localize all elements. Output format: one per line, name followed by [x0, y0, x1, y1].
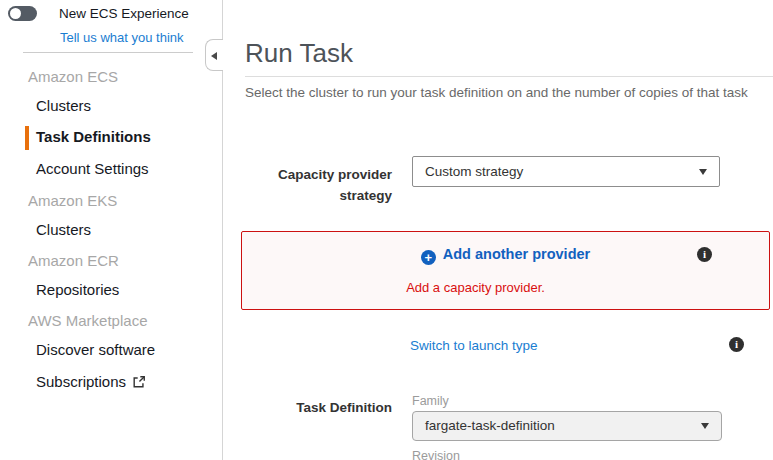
sidebar: New ECS Experience Tell us what you thin… — [0, 0, 222, 460]
family-field-label: Family — [412, 394, 449, 408]
section-header-aws-marketplace: AWS Marketplace — [28, 312, 147, 329]
add-another-provider-button[interactable]: +Add another provider — [242, 246, 769, 265]
section-header-amazon-ecr: Amazon ECR — [28, 252, 119, 269]
section-header-amazon-ecs: Amazon ECS — [28, 68, 118, 85]
page-description: Select the cluster to run your task defi… — [245, 85, 748, 100]
sidebar-item-task-definitions[interactable]: Task Definitions — [36, 128, 151, 145]
revision-field-label: Revision — [412, 449, 460, 460]
toggle-knob — [10, 8, 21, 19]
sidebar-item-eks-clusters[interactable]: Clusters — [36, 221, 91, 238]
family-select[interactable]: fargate-task-definition — [412, 411, 722, 441]
capacity-provider-error-box: +Add another provider i Add a capacity p… — [241, 231, 770, 310]
new-ecs-experience-toggle[interactable] — [8, 6, 37, 21]
capacity-provider-error-text: Add a capacity provider. — [242, 280, 709, 295]
switch-to-launch-type-link[interactable]: Switch to launch type — [410, 338, 538, 353]
page-title: Run Task — [245, 38, 353, 69]
sidebar-collapse-button[interactable] — [205, 39, 223, 71]
add-another-provider-label: Add another provider — [443, 246, 590, 262]
title-divider — [245, 76, 773, 77]
selected-family-value: fargate-task-definition — [425, 418, 555, 433]
sidebar-item-repositories[interactable]: Repositories — [36, 281, 119, 298]
section-header-amazon-eks: Amazon EKS — [28, 192, 117, 209]
sidebar-item-account-settings[interactable]: Account Settings — [36, 160, 149, 177]
dropdown-caret-icon — [701, 423, 709, 429]
info-icon[interactable]: i — [697, 247, 712, 262]
feedback-link[interactable]: Tell us what you think — [60, 30, 184, 45]
selected-strategy-value: Custom strategy — [425, 164, 523, 179]
info-icon[interactable]: i — [729, 337, 744, 352]
dropdown-caret-icon — [699, 169, 707, 175]
active-item-indicator — [25, 126, 29, 150]
plus-circle-icon: + — [421, 250, 436, 265]
capacity-provider-strategy-label: Capacity provider strategy — [245, 164, 392, 206]
sidebar-item-ecs-clusters[interactable]: Clusters — [36, 97, 91, 114]
task-definition-label: Task Definition — [245, 397, 392, 418]
sidebar-item-label: Subscriptions — [36, 373, 126, 390]
capacity-provider-strategy-select[interactable]: Custom strategy — [412, 156, 720, 187]
external-link-icon — [132, 375, 146, 392]
chevron-left-icon — [211, 52, 217, 60]
sidebar-item-discover-software[interactable]: Discover software — [36, 341, 155, 358]
sidebar-divider — [23, 52, 193, 53]
new-ecs-experience-label: New ECS Experience — [59, 6, 189, 21]
sidebar-item-subscriptions[interactable]: Subscriptions — [36, 373, 146, 392]
